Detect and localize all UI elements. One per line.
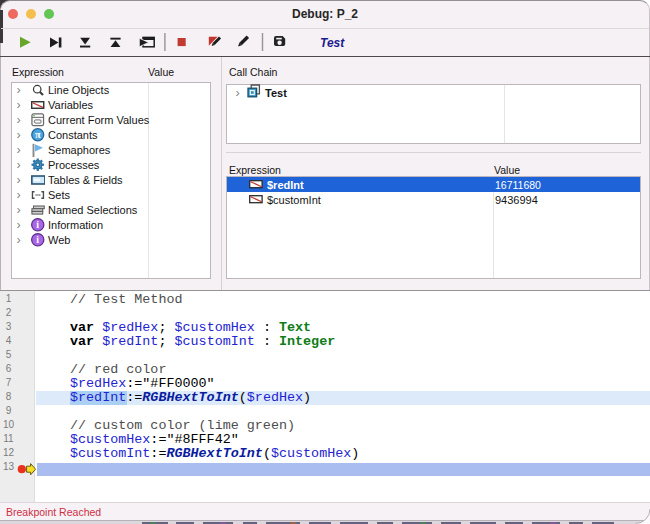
svg-text:i: i bbox=[36, 219, 39, 230]
svg-text:π: π bbox=[35, 129, 41, 140]
svg-text:i: i bbox=[36, 234, 39, 245]
